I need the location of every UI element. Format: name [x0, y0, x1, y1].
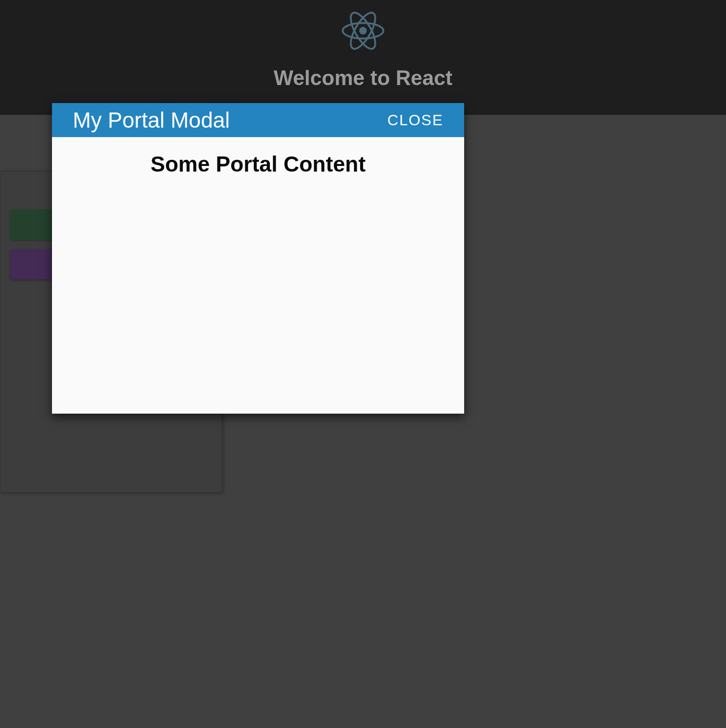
modal-body: Some Portal Content — [52, 137, 464, 177]
modal-title: My Portal Modal — [73, 107, 230, 133]
portal-modal: My Portal Modal CLOSE Some Portal Conten… — [52, 103, 464, 414]
modal-content-heading: Some Portal Content — [52, 151, 464, 177]
modal-overlay[interactable]: My Portal Modal CLOSE Some Portal Conten… — [0, 0, 726, 728]
app-background: Welcome to React My Portal Modal CLOSE S… — [0, 0, 726, 728]
modal-header: My Portal Modal CLOSE — [52, 103, 464, 137]
close-button[interactable]: CLOSE — [388, 112, 443, 129]
